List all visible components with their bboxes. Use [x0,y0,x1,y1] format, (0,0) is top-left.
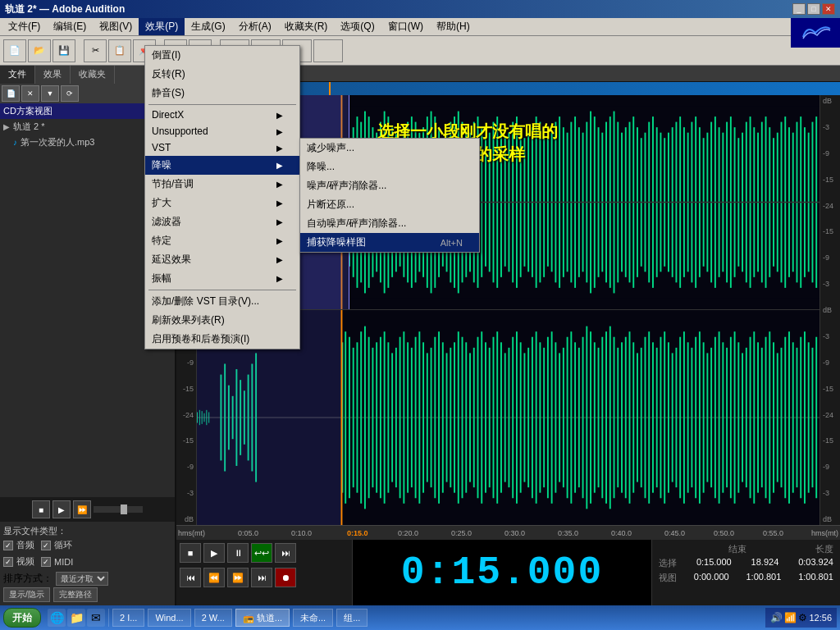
taskbar-item-6[interactable]: 组... [336,609,368,627]
menu-silence[interactable]: 静音(S) [145,84,299,103]
loop-btn[interactable]: ↩↩ [251,543,272,563]
menu-amplitude[interactable]: 振幅 ▶ [145,269,299,288]
rew-btn[interactable]: ⏪ [203,568,225,587]
ff-btn2[interactable]: ⏩ [227,568,249,587]
time-display: 0:15.000 [353,540,651,605]
svg-rect-246 [652,342,654,492]
menu-edit[interactable]: 编辑(E) [47,18,93,35]
menu-file[interactable]: 文件(F) [2,18,47,35]
tb-open[interactable]: 📂 [28,39,51,62]
tb-new[interactable]: 📄 [3,39,26,62]
menu-delay[interactable]: 延迟效果 ▶ [145,250,299,269]
mail-icon[interactable]: ✉ [87,609,105,627]
tb-btn7[interactable] [313,39,343,62]
noise-reduction[interactable]: 降噪... [300,158,479,176]
menu-preroll[interactable]: 启用预卷和后卷预演(I) [145,330,299,349]
length-header: 长度 [815,543,833,555]
check-video[interactable]: ✓ [3,557,13,567]
menu-reverse[interactable]: 反转(R) [145,65,299,84]
menu-view[interactable]: 视图(V) [93,18,139,35]
svg-rect-254 [683,331,685,504]
svg-rect-183 [407,342,409,492]
view-start: 0:00.000 [694,572,729,584]
svg-rect-229 [586,326,587,509]
volume-slider[interactable] [94,506,143,513]
taskbar-item-5[interactable]: 未命... [293,609,333,627]
skip-start-btn[interactable]: ⏭ [251,568,272,587]
play-btn2[interactable]: ▶ [203,543,225,563]
menu-effects[interactable]: 效果(P) [139,18,185,35]
menu-refresh[interactable]: 刷新效果列表(R) [145,311,299,330]
stop-button[interactable]: ■ [32,500,50,518]
svg-rect-200 [473,348,475,487]
menu-generate[interactable]: 生成(G) [185,18,231,35]
skip-end-btn[interactable]: ⏭ [275,543,296,563]
svg-rect-243 [641,348,642,487]
pause-btn2[interactable]: ⏸ [227,543,249,563]
menu-amplify[interactable]: 扩大 ▶ [145,194,299,212]
capture-noise-print[interactable]: 捕获降噪样图 Alt+N [300,233,479,252]
minimize-button[interactable]: _ [792,3,806,15]
play-button[interactable]: ▶ [52,500,71,518]
taskbar-item-1[interactable]: 2 I... [112,609,144,627]
svg-rect-207 [500,342,502,492]
tray-icon3[interactable]: ⚙ [798,612,807,623]
session-label-text: CD方案视图 [3,105,52,117]
noise-click-remover[interactable]: 噪声/砰声消除器... [300,176,479,195]
check-midi[interactable]: ✓ [41,557,51,567]
tray-network[interactable]: 📶 [784,612,797,623]
show-hide-button[interactable]: 显示/隐示 [3,587,50,602]
menu-directx[interactable]: DirectX ▶ [145,107,299,123]
tb-cut[interactable]: ✂ [84,39,107,62]
lt-btn2[interactable]: ✕ [21,85,39,102]
ie-icon[interactable]: 🌐 [48,609,66,627]
sort-select[interactable]: 最近才取 [56,572,108,586]
menu-add-vst[interactable]: 添加/删除 VST 目录(V)... [145,292,299,311]
menu-denoise[interactable]: 降噪 ▶ [145,156,299,175]
lt-btn3[interactable]: ▼ [41,85,59,102]
ff-button[interactable]: ⏩ [73,500,91,518]
taskbar-item-3[interactable]: 2 W... [194,609,232,627]
menu-options[interactable]: 选项(Q) [334,18,381,35]
tb-copy[interactable]: 📋 [108,39,131,62]
svg-rect-202 [481,331,482,504]
tab-effects[interactable]: 效果 [35,66,71,84]
noise-reduce[interactable]: 减少噪声... [300,139,479,158]
stop-btn2[interactable]: ■ [180,543,201,563]
record-btn[interactable]: ⏺ [275,568,296,587]
lt-btn1[interactable]: 📄 [2,85,20,102]
start-button[interactable]: 开始 [3,608,41,628]
menu-favorites[interactable]: 收藏夹(R) [278,18,335,35]
folder-icon[interactable]: 📁 [67,609,85,627]
auto-click-remover[interactable]: 自动噪声/砰声消除器... [300,214,479,233]
svg-rect-205 [493,337,495,499]
menu-unsupported[interactable]: Unsupported ▶ [145,123,299,139]
close-button[interactable]: ✕ [822,3,835,15]
tab-files[interactable]: 文件 [0,66,35,84]
lt-btn4[interactable]: ⟳ [61,85,79,102]
maximize-button[interactable]: □ [807,3,820,15]
menu-analyze[interactable]: 分析(A) [232,18,278,35]
check-audio[interactable]: ✓ [3,541,13,550]
menu-help[interactable]: 帮助(H) [430,18,477,35]
menu-special[interactable]: 特定 ▶ [145,231,299,250]
svg-rect-234 [605,331,607,504]
taskbar-item-audition[interactable]: 📻 轨道... [235,609,290,627]
track-label-2: 第一次爱的人.mp3 [21,136,94,148]
check-loop[interactable]: ✓ [41,541,51,550]
menu-window[interactable]: 窗口(W) [381,18,430,35]
menu-vst[interactable]: VST ▶ [145,139,299,156]
svg-rect-213 [523,353,525,482]
taskbar-item-2[interactable]: Wind... [148,609,190,627]
menu-tempo[interactable]: 节拍/音调 ▶ [145,175,299,194]
clip-restoration[interactable]: 片断还原... [300,195,479,214]
tb-save[interactable]: 💾 [52,39,75,62]
full-path-button[interactable]: 完整路径 [53,587,98,602]
svg-rect-266 [730,337,732,499]
svg-rect-259 [703,342,705,492]
prev-btn[interactable]: ⏮ [180,568,201,587]
menu-invert[interactable]: 倒置(I) [145,46,299,65]
tray-speaker[interactable]: 🔊 [770,612,783,623]
tab-bookmarks[interactable]: 收藏夹 [71,66,115,84]
menu-filter[interactable]: 滤波器 ▶ [145,212,299,231]
